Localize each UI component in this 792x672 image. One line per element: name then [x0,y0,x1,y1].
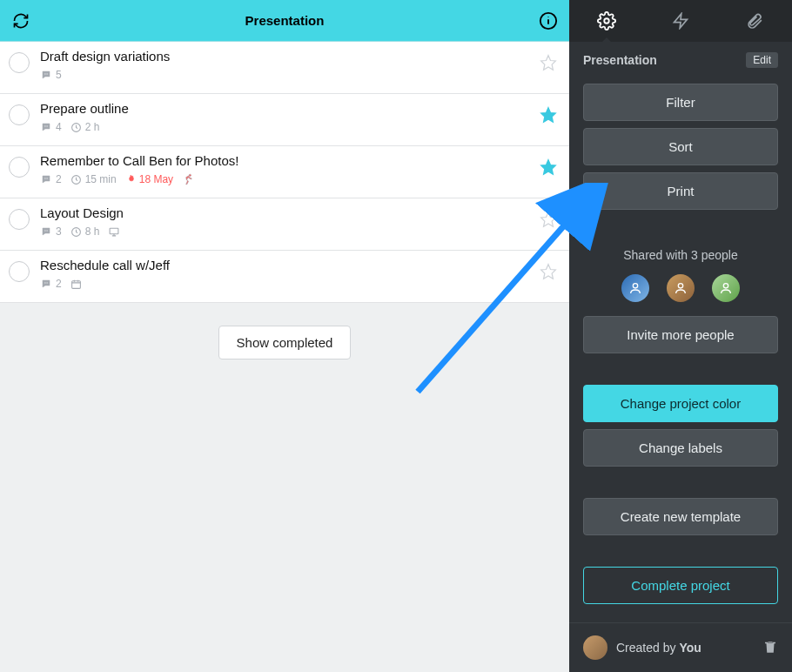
task-row[interactable]: Remember to Call Ben for Photos! 215 min… [0,146,569,198]
screen-icon [108,226,120,238]
task-title: Layout Design [40,205,531,220]
svg-point-25 [45,282,46,283]
comment-count: 2 [40,173,62,185]
refresh-icon[interactable] [9,9,33,33]
avatar[interactable] [621,274,649,302]
create-template-button[interactable]: Create new template [583,498,778,535]
due-date: 18 May [125,173,173,185]
svg-point-32 [678,284,682,288]
project-sidebar: gear-icon bolt-icon paperclip-icon Prese… [569,0,792,672]
task-list: Draft design variations 5 Prepare outlin… [0,42,569,303]
sort-button[interactable]: Sort [583,128,778,165]
svg-point-33 [723,284,728,288]
task-row[interactable]: Layout Design 38 h [0,198,569,251]
svg-point-13 [45,178,46,178]
task-title: Draft design variations [40,49,531,64]
tab-settings[interactable]: gear-icon [569,0,643,42]
svg-marker-6 [541,56,556,71]
sidebar-tabs: gear-icon bolt-icon paperclip-icon [569,0,792,42]
show-completed-button[interactable]: Show completed [218,326,352,360]
time-estimate: 15 min [70,173,117,185]
svg-point-31 [633,284,637,288]
info-icon[interactable] [536,9,560,33]
svg-point-14 [47,178,48,178]
complete-project-button[interactable]: Complete project [583,567,778,604]
svg-point-24 [44,282,45,283]
avatar[interactable] [712,274,740,302]
svg-point-12 [44,178,45,178]
page-title: Presentation [245,13,325,28]
shared-with-label: Shared with 3 people [583,248,778,262]
created-by-label: Created by You [616,641,754,655]
task-checkbox[interactable] [9,104,30,125]
sidebar-footer: Created by You [569,622,792,672]
comment-count: 4 [40,121,62,133]
task-row[interactable]: Prepare outline 42 h [0,94,569,146]
task-title: Remember to Call Ben for Photos! [40,153,531,168]
svg-marker-23 [541,212,556,227]
comment-count: 5 [40,69,62,81]
task-title: Prepare outline [40,101,531,116]
star-icon[interactable] [540,158,557,178]
svg-rect-22 [111,228,119,234]
task-checkbox[interactable] [9,52,30,73]
calendar-icon [70,279,82,290]
comment-count: 2 [40,278,62,290]
topbar: Presentation [0,0,569,42]
svg-marker-17 [541,160,556,175]
task-row[interactable]: Draft design variations 5 [0,42,569,94]
task-checkbox[interactable] [9,157,30,178]
task-title: Reschedule call w/Jeff [40,258,531,272]
svg-point-26 [47,282,48,283]
print-button[interactable]: Print [583,172,778,210]
svg-point-8 [45,125,46,126]
change-project-color-button[interactable]: Change project color [583,385,778,422]
tab-actions[interactable]: bolt-icon [643,0,717,42]
trash-icon[interactable] [762,639,778,657]
svg-point-19 [45,230,46,231]
shared-avatars [583,274,778,302]
svg-point-9 [47,125,48,126]
star-icon[interactable] [540,54,557,74]
running-icon [182,173,194,185]
edit-button[interactable]: Edit [746,52,778,68]
task-checkbox[interactable] [9,209,30,230]
svg-point-34 [594,643,598,648]
tab-attachments[interactable]: paperclip-icon [718,0,792,42]
svg-point-7 [44,125,45,126]
svg-point-3 [44,73,45,74]
star-icon[interactable] [540,263,557,283]
svg-point-16 [189,174,191,176]
time-estimate: 8 h [70,225,100,238]
svg-marker-11 [541,108,556,123]
star-icon[interactable] [540,211,557,231]
svg-point-5 [47,73,48,74]
task-checkbox[interactable] [9,261,30,282]
svg-marker-28 [541,265,556,279]
svg-point-18 [44,230,45,231]
svg-marker-30 [674,14,687,29]
time-estimate: 2 h [70,121,100,133]
sidebar-header: Presentation Edit [569,42,792,84]
svg-point-29 [604,18,609,24]
invite-people-button[interactable]: Invite more people [583,316,778,353]
svg-rect-27 [71,280,80,288]
comment-count: 3 [40,225,62,238]
sidebar-project-name: Presentation [583,53,746,67]
filter-button[interactable]: Filter [583,84,778,121]
star-icon[interactable] [540,106,557,126]
svg-point-20 [47,230,48,231]
change-labels-button[interactable]: Change labels [583,429,778,467]
creator-avatar [583,635,607,660]
task-row[interactable]: Reschedule call w/Jeff 2 [0,251,569,303]
avatar[interactable] [667,274,695,302]
svg-point-4 [45,73,46,74]
